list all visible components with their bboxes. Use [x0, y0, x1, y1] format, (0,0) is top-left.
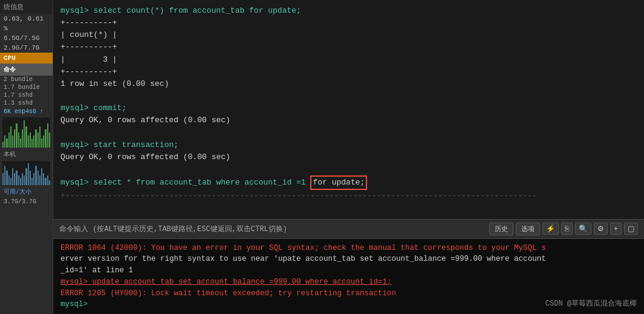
chart-bar	[10, 126, 11, 148]
terminal-line: | count(*) |	[60, 29, 637, 41]
chart-bar	[35, 166, 36, 185]
chart-bar	[6, 171, 7, 185]
chart-bar	[45, 178, 46, 185]
chart-bar	[6, 139, 7, 148]
chart-bar	[43, 136, 44, 148]
terminal-line: +----------+	[60, 41, 637, 53]
error-line: ERROR 1064 (42000): You have an error in…	[60, 243, 637, 254]
chart-bar	[49, 180, 50, 185]
terminal-top: mysql> select count(*) from account_tab …	[53, 0, 644, 219]
search-icon-btn[interactable]: 🔍	[575, 223, 591, 235]
error-line: erver version for the right syntax to us…	[60, 253, 637, 265]
chart-bar	[30, 132, 31, 148]
cmd-bar-buttons: 历史 选项 ⚡ ⎘ 🔍 ⚙ + ▢	[489, 223, 638, 235]
terminal-line: mysql> commit;	[60, 102, 637, 114]
terminal-line: Query OK, 0 rows affected (0.00 sec)	[60, 114, 637, 126]
chart-bar	[24, 120, 25, 148]
chart-bar	[16, 123, 17, 148]
chart-bar	[41, 139, 42, 148]
terminal-line: | 3 |	[60, 54, 637, 66]
cmd-label: 命令	[0, 64, 53, 76]
proc-4: 1.3 sshd	[0, 99, 53, 107]
chart-bar	[31, 178, 33, 185]
chart-bar	[22, 173, 23, 185]
chart-bar	[22, 129, 23, 148]
chart-bar	[49, 132, 50, 148]
terminal-divider: +---------------------------------------…	[60, 190, 637, 202]
network-chart	[2, 117, 50, 148]
chart-bar	[4, 136, 5, 148]
window-icon-btn[interactable]: ▢	[624, 223, 638, 235]
chart-bar	[25, 126, 27, 148]
chart-bar	[14, 173, 15, 185]
network-label: 6K enp4s0 ↑	[0, 107, 53, 116]
chart-bar	[2, 142, 4, 148]
lightning-icon-btn[interactable]: ⚡	[542, 223, 559, 235]
sidebar-load: 0.63, 0.61	[0, 14, 53, 24]
chart-bar	[8, 132, 10, 148]
sidebar-mem-used: 6.5G/7.5G	[0, 33, 53, 43]
terminal-line: 1 row in set (0.00 sec)	[60, 78, 637, 90]
chart-bar	[33, 136, 34, 148]
sidebar: 统信息 0.63, 0.61 % 6.5G/7.5G 2.9G/7.7G CPU…	[0, 0, 53, 314]
plus-icon-btn[interactable]: +	[610, 223, 622, 235]
chart-bar	[31, 139, 33, 148]
chart-bar	[25, 168, 27, 185]
sidebar-mem-swap: 2.9G/7.7G	[0, 43, 53, 53]
chart-bar	[47, 175, 48, 185]
chart-bar	[2, 173, 4, 185]
chart-bar	[16, 171, 17, 185]
proc-2: 1.7 bundle	[0, 83, 53, 91]
watermark: CSDN @草莓西瓜混合海底椰	[545, 298, 637, 309]
options-button[interactable]: 选项	[516, 223, 540, 235]
proc-3: 1.7 sshd	[0, 91, 53, 99]
error-line: _id=1' at line 1	[60, 265, 637, 276]
sidebar-title: 统信息	[0, 0, 53, 14]
chart-bar	[20, 178, 21, 185]
chart-bar	[28, 136, 29, 148]
terminal-line: +----------+	[60, 17, 637, 29]
main-panel: mysql> select count(*) from account_tab …	[53, 0, 644, 314]
chart-bar	[37, 132, 39, 148]
chart-bar	[33, 173, 34, 185]
chart-bar	[37, 171, 39, 185]
chart-bar	[12, 136, 13, 148]
terminal-line: +----------+	[60, 66, 637, 78]
history-button[interactable]: 历史	[489, 223, 513, 235]
chart-bar	[43, 173, 44, 185]
chart-bar	[18, 175, 19, 185]
machine-label: 本机	[0, 149, 53, 160]
chart-bar	[18, 132, 19, 148]
chart-bar	[8, 175, 10, 185]
chart-bar	[41, 168, 42, 185]
chart-bar	[45, 129, 46, 148]
proc-1: 2 bundle	[0, 76, 53, 83]
avail-size-btn[interactable]: 可用/大小	[0, 186, 53, 197]
gear-icon-btn[interactable]: ⚙	[594, 223, 608, 235]
cmd-hint: 命令输入 (按ALT键提示历史,TAB键路径,ESC键返回,双击CTRL切换)	[59, 224, 287, 234]
chart-bar	[10, 178, 11, 185]
chart-bar	[20, 139, 21, 148]
cmd-bar: 命令输入 (按ALT键提示历史,TAB键路径,ESC键返回,双击CTRL切换) …	[53, 219, 644, 239]
terminal-line: mysql> select * from account_tab where a…	[60, 175, 637, 190]
copy-icon-btn[interactable]: ⎘	[561, 223, 573, 235]
chart-bar	[12, 168, 13, 185]
chart-bar	[14, 129, 15, 148]
error-line: mysql> update account_tab set account_ba…	[60, 276, 637, 288]
sidebar-mem-label: %	[0, 24, 53, 33]
error-line: ERROR 1205 (HY000): Lock wait timeout ex…	[60, 288, 637, 299]
terminal-line: mysql> select count(*) from account_tab …	[60, 5, 637, 17]
terminal-line	[60, 126, 637, 139]
terminal-line	[60, 90, 637, 102]
terminal-line	[60, 163, 637, 175]
terminal-line: mysql> start transaction;	[60, 139, 637, 151]
chart-bar	[24, 175, 25, 185]
chart-bar	[28, 163, 29, 185]
chart-bar	[39, 126, 41, 148]
chart-bar	[4, 166, 5, 185]
footer-size: 3.7G/3.7G	[0, 197, 53, 206]
terminal-line: Query OK, 0 rows affected (0.00 sec)	[60, 151, 637, 163]
chart-bar	[39, 175, 41, 185]
chart-bar	[35, 129, 36, 148]
chart-bar	[30, 171, 31, 185]
